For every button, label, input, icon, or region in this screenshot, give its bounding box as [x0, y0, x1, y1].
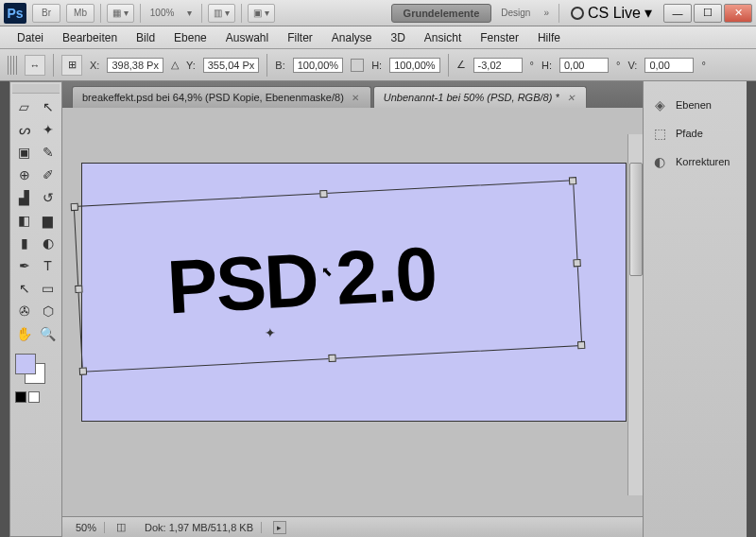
eraser-tool[interactable]: ◧ [12, 209, 36, 232]
menu-datei[interactable]: Datei [8, 28, 53, 47]
blur-tool[interactable]: ▮ [12, 232, 36, 254]
pen-tool[interactable]: ✒ [12, 254, 36, 277]
panel-ebenen[interactable]: ◈ Ebenen [644, 91, 747, 119]
layers-icon: ◈ [651, 96, 668, 113]
screenmode-dropdown[interactable]: ▣ ▾ [248, 4, 275, 23]
gradient-tool[interactable]: ▆ [36, 209, 60, 232]
document-tab-0[interactable]: breakeffekt.psd bei 64,9% (PSD Kopie, Eb… [72, 86, 371, 108]
view-mode-dropdown[interactable]: ▦ ▾ [107, 4, 134, 23]
move-tool[interactable]: ▱ [12, 95, 36, 118]
more-workspaces-icon[interactable]: » [540, 8, 553, 18]
stamp-tool[interactable]: ▟ [12, 186, 36, 209]
dodge-tool[interactable]: ◐ [36, 232, 60, 254]
menu-ebene[interactable]: Ebene [164, 28, 216, 47]
window-minimize-button[interactable]: — [663, 4, 692, 23]
cursor-icon: ⬉ [321, 264, 333, 279]
close-icon[interactable]: ✕ [350, 92, 361, 103]
eyedropper-tool[interactable]: ✎ [36, 141, 60, 164]
type-tool[interactable]: T [36, 254, 60, 277]
document-area: breakeffekt.psd bei 64,9% (PSD Kopie, Eb… [62, 81, 643, 537]
camera-tool[interactable]: ⬡ [36, 300, 60, 322]
bridge-button[interactable]: Br [32, 4, 60, 23]
heal-tool[interactable]: ⊕ [12, 164, 36, 186]
height-label: H: [371, 60, 382, 71]
zoom-tool[interactable]: 🔍 [36, 322, 60, 345]
transform-tool-icon: ↔ [25, 55, 45, 76]
angle-icon: ∠ [456, 59, 466, 71]
cslive-button[interactable]: CS Live ▾ [571, 4, 652, 22]
title-bar: Ps Br Mb ▦ ▾ 100% ▾ ▥ ▾ ▣ ▾ Grundelement… [0, 0, 756, 26]
window-maximize-button[interactable]: ☐ [694, 4, 722, 23]
vskew-deg: ° [701, 60, 705, 71]
menu-3d[interactable]: 3D [382, 28, 415, 47]
menu-fenster[interactable]: Fenster [471, 28, 528, 47]
hskew-deg: ° [616, 60, 620, 71]
paths-icon: ⬚ [651, 125, 668, 142]
quickmask-icon[interactable] [15, 391, 26, 403]
menu-bearbeiten[interactable]: Bearbeiten [53, 28, 127, 47]
panel-pfade[interactable]: ⬚ Pfade [644, 119, 747, 147]
menu-hilfe[interactable]: Hilfe [528, 28, 570, 47]
canvas-text-layer[interactable]: PSD 2.0 [165, 231, 438, 332]
history-brush-tool[interactable]: ↺ [36, 186, 60, 209]
3d-tool[interactable]: ✇ [12, 300, 36, 322]
hand-tool[interactable]: ✋ [12, 322, 36, 345]
menu-analyse[interactable]: Analyse [322, 28, 382, 47]
status-more-icon[interactable]: ▸ [273, 521, 286, 534]
screenmode-icon[interactable] [28, 391, 40, 403]
path-tool[interactable]: ↖ [12, 277, 36, 300]
tab-label: breakeffekt.psd bei 64,9% (PSD Kopie, Eb… [82, 92, 344, 103]
menu-bar: Datei Bearbeiten Bild Ebene Auswahl Filt… [0, 26, 756, 49]
zoom-dropdown-icon[interactable]: ▾ [183, 8, 196, 18]
canvas[interactable]: PSD 2.0 [81, 163, 627, 422]
hskew-field[interactable]: 0,00 [559, 58, 609, 73]
wand-tool[interactable]: ✦ [36, 118, 60, 141]
panel-label: Ebenen [676, 99, 712, 111]
adjustments-icon: ◐ [651, 153, 668, 170]
brush-tool[interactable]: ✐ [36, 164, 60, 186]
grundelemente-button[interactable]: Grundelemente [391, 4, 492, 23]
close-icon[interactable]: ✕ [565, 92, 576, 103]
width-field[interactable]: 100,00% [293, 58, 343, 73]
arrange-dropdown[interactable]: ▥ ▾ [208, 4, 235, 23]
panel-korrekturen[interactable]: ◐ Korrekturen [644, 147, 747, 176]
minibridge-button[interactable]: Mb [66, 4, 94, 23]
status-square-icon[interactable]: ◫ [116, 521, 126, 533]
app-logo-icon: Ps [4, 3, 26, 24]
x-field[interactable]: 398,38 Px [107, 58, 163, 73]
menu-filter[interactable]: Filter [278, 28, 322, 47]
center-point-icon[interactable]: ✦ [265, 325, 276, 340]
tool-palette-grip[interactable] [12, 84, 60, 94]
foreground-swatch[interactable] [15, 354, 36, 374]
tab-label: Unbenannt-1 bei 50% (PSD, RGB/8) * [384, 92, 559, 103]
status-doc-info[interactable]: Dok: 1,97 MB/511,8 KB [137, 522, 262, 533]
lasso-tool[interactable]: ᔕ [12, 118, 36, 141]
marquee-tool[interactable]: ↖ [36, 95, 60, 118]
vskew-field[interactable]: 0,00 [644, 58, 694, 73]
color-swatches[interactable] [15, 354, 47, 386]
y-label: Y: [186, 60, 196, 71]
angle-field[interactable]: -3,02 [473, 58, 523, 73]
window-close-button[interactable]: ✕ [724, 4, 752, 23]
reference-point-icon[interactable]: ⊞ [61, 55, 82, 76]
crop-tool[interactable]: ▣ [12, 141, 36, 164]
options-grip-icon[interactable] [8, 56, 17, 75]
y-field[interactable]: 355,04 Px [203, 58, 260, 73]
zoom-level-label[interactable]: 100% [146, 8, 179, 18]
vertical-scrollbar[interactable] [627, 134, 643, 495]
transform-handle[interactable] [71, 203, 78, 211]
menu-ansicht[interactable]: Ansicht [415, 28, 471, 47]
design-label[interactable]: Design [497, 8, 534, 18]
canvas-viewport[interactable]: PSD 2.0 ✦ ⬉ [62, 108, 643, 516]
shape-tool[interactable]: ▭ [36, 277, 60, 300]
panel-column: ◈ Ebenen ⬚ Pfade ◐ Korrekturen [643, 81, 747, 537]
document-tab-1[interactable]: Unbenannt-1 bei 50% (PSD, RGB/8) * ✕ [373, 86, 587, 108]
delta-icon[interactable]: △ [171, 59, 179, 71]
menu-auswahl[interactable]: Auswahl [216, 28, 278, 47]
menu-bild[interactable]: Bild [127, 28, 164, 47]
status-zoom[interactable]: 50% [68, 522, 105, 533]
scroll-thumb[interactable] [629, 163, 643, 276]
cslive-label: CS Live [588, 5, 641, 22]
height-field[interactable]: 100,00% [389, 58, 439, 73]
link-wh-icon[interactable] [351, 59, 364, 72]
